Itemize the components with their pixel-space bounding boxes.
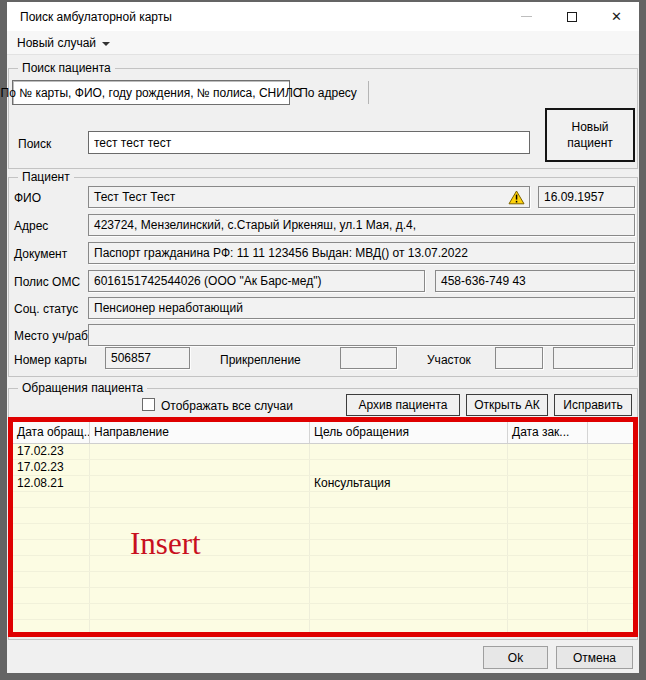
table-row[interactable] [13,540,633,556]
table-cell: 17.02.23 [13,444,90,459]
tab-search-by-card[interactable]: По № карты, ФИО, году рождения, № полиса… [12,80,290,105]
table-cell [508,524,588,539]
table-row[interactable] [13,556,633,572]
annotation-rectangle: Дата обращ... Направление Цель обращения… [8,417,638,637]
column-header-visit-date[interactable]: Дата обращ... [13,422,90,443]
table-cell [508,556,588,571]
column-header-direction[interactable]: Направление [90,422,310,443]
sector-field-2[interactable] [553,347,633,369]
polis-field[interactable]: 6016151742544026 (ООО "Ак Барс-мед") [88,270,425,292]
fio-field[interactable]: Тест Тест Тест [88,186,530,208]
minimize-button[interactable] [504,2,549,31]
table-cell [13,540,90,555]
table-cell [13,508,90,523]
card-number-label: Номер карты [14,353,87,367]
open-ak-button[interactable]: Открыть АК [466,394,548,416]
table-row[interactable] [13,508,633,524]
table-cell [13,492,90,507]
annotation-insert: Insert [130,526,201,562]
address-label: Адрес [14,219,48,233]
table-cell [508,620,588,635]
table-cell: Консультация [310,476,508,491]
card-number-field[interactable]: 506857 [105,347,190,369]
table-row[interactable]: 17.02.23 [13,444,633,460]
table-cell [310,556,508,571]
table-cell [588,460,633,475]
work-place-field[interactable] [88,324,635,346]
document-field[interactable]: Паспорт гражданина РФ: 11 11 123456 Выда… [88,242,635,264]
table-cell [588,572,633,587]
table-cell [508,444,588,459]
table-row[interactable] [13,572,633,588]
new-patient-button[interactable]: Новый пациент [545,108,635,162]
polis-label: Полис ОМС [14,275,80,289]
table-cell: 12.08.21 [13,476,90,491]
table-row[interactable]: 17.02.23 [13,460,633,476]
social-status-field[interactable]: Пенсионер неработающий [88,297,635,319]
table-cell [90,508,310,523]
patient-archive-button[interactable]: Архив пациента [346,394,460,416]
attachment-field[interactable] [340,347,397,369]
table-cell [588,556,633,571]
warning-icon[interactable] [508,190,525,205]
window-title: Поиск амбулаторной карты [7,10,172,24]
edit-button[interactable]: Исправить [554,394,632,416]
visits-table-header: Дата обращ... Направление Цель обращения… [13,422,633,444]
table-cell [310,604,508,619]
table-cell [508,460,588,475]
table-row[interactable] [13,588,633,604]
table-cell [90,460,310,475]
table-cell [310,524,508,539]
table-cell [508,540,588,555]
table-row[interactable]: 12.08.21Консультация [13,476,633,492]
title-bar: Поиск амбулаторной карты ✕ [7,2,639,31]
table-cell [588,588,633,603]
table-cell [13,588,90,603]
table-cell [508,604,588,619]
table-cell [310,508,508,523]
tab-separator [368,81,369,104]
table-row[interactable] [13,492,633,508]
cancel-button[interactable]: Отмена [556,646,633,669]
table-cell [90,572,310,587]
table-cell [310,540,508,555]
work-place-label: Место уч/раб [14,329,88,343]
chevron-down-icon [102,42,110,46]
table-cell [90,620,310,635]
table-row[interactable] [13,524,633,540]
document-label: Документ [14,247,67,261]
ok-button[interactable]: Ok [483,646,548,669]
table-row[interactable] [13,620,633,636]
table-cell [588,508,633,523]
table-cell [310,572,508,587]
table-cell [90,588,310,603]
patient-group-title: Пациент [18,170,74,184]
table-cell [588,444,633,459]
menu-bar: Новый случай [7,31,639,55]
sector-field-1[interactable] [495,347,543,369]
maximize-icon [567,12,577,22]
visits-group-title: Обращения пациента [18,381,147,395]
address-field[interactable]: 423724, Мензелинский, с.Старый Иркеняш, … [88,214,635,236]
birth-date-field[interactable]: 16.09.1957 [538,186,635,208]
visits-table-body: 17.02.2317.02.2312.08.21Консультация [13,444,633,636]
social-status-label: Соц. статус [14,302,78,316]
table-cell [588,524,633,539]
table-row[interactable] [13,604,633,620]
window-controls: ✕ [504,2,639,31]
column-header-purpose[interactable]: Цель обращения [310,422,508,443]
column-header-close-date[interactable]: Дата зак... [508,422,588,443]
menu-new-case[interactable]: Новый случай [7,31,118,54]
column-header-extra[interactable] [588,422,633,443]
maximize-button[interactable] [549,2,594,31]
search-input[interactable] [88,131,530,154]
table-cell [508,492,588,507]
table-cell [13,572,90,587]
show-all-cases-checkbox[interactable] [142,398,155,411]
table-cell [13,524,90,539]
table-cell: 17.02.23 [13,460,90,475]
close-button[interactable]: ✕ [594,2,639,31]
snils-field[interactable]: 458-636-749 43 [435,270,635,292]
close-icon: ✕ [611,10,622,23]
tab-search-by-address[interactable]: По адресу [293,80,363,105]
